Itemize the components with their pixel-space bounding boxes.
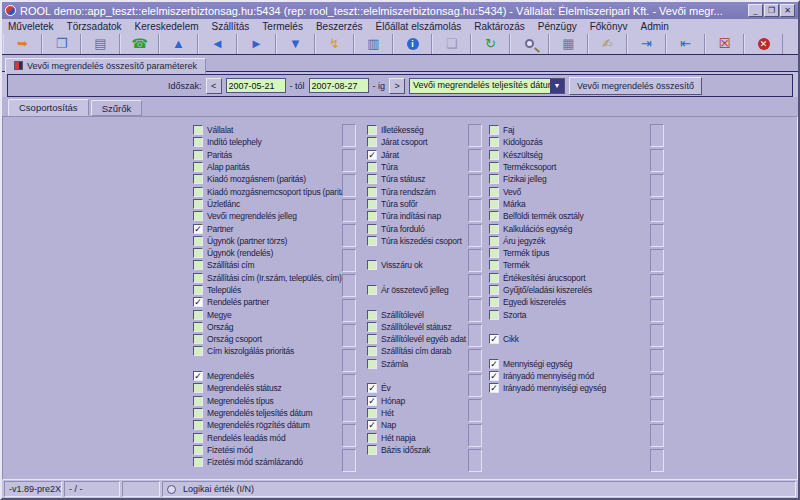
run-summary-button[interactable]: Vevői megrendelés összesítő [569,77,702,95]
menu-item-admin[interactable]: Admin [641,21,669,32]
tab-csoportositas[interactable]: Csoportosítás [8,99,89,116]
checkbox-szallitasi-cim-ir-szam-telepules-cim[interactable] [193,273,203,283]
checkbox-tura-kiszedesi-csoport[interactable] [367,236,377,246]
period-from-input[interactable] [226,78,286,93]
checkbox-partner[interactable]: ✓ [193,224,203,234]
checkbox-keszultseg[interactable] [489,150,499,160]
checkbox-iranyado-mennyisegi-egyseg[interactable]: ✓ [489,383,499,393]
menu-item-kereskedelem[interactable]: Kereskedelem [135,21,199,32]
checkbox-termek[interactable] [489,260,499,270]
checkbox-szallitasi-cim-darab[interactable] [367,346,377,356]
menu-item-raktarozas[interactable]: Raktározás [474,21,525,32]
checkbox-kiado-mozgasnemcsoport-tipus-paritas[interactable] [193,187,203,197]
next-record-button[interactable]: ► [237,34,276,54]
checkbox-jarat[interactable]: ✓ [367,150,377,160]
checkbox-paritas[interactable] [193,150,203,160]
checkbox-szallitolevel-egyeb-adat[interactable] [367,334,377,344]
checkbox-kidolgozas[interactable] [489,137,499,147]
menu-item-eloallat-elszamolas[interactable]: Élőállat elszámolás [376,21,462,32]
checkbox-vevoi-megrendeles-jelleg[interactable] [193,211,203,221]
checkbox-termek-tipus[interactable] [489,248,499,258]
checkbox-orszag[interactable] [193,322,203,332]
open-folder-button[interactable]: ❐ [42,34,81,54]
period-to-input[interactable] [309,78,369,93]
checkbox-ertekesitesi-arucsoport[interactable] [489,273,499,283]
checkbox-telepules[interactable] [193,285,203,295]
delete-table-button[interactable]: ☒ [705,34,744,54]
period-next-button[interactable]: > [389,78,405,94]
grid-button[interactable]: ▦ [549,34,588,54]
first-record-button[interactable]: ▲ [159,34,198,54]
menu-item-penzugy[interactable]: Pénzügy [538,21,577,32]
checkbox-indito-telephely[interactable] [193,137,203,147]
checkbox-tura[interactable] [367,162,377,172]
checkbox-belfoldi-termek-osztaly[interactable] [489,211,499,221]
tab-parameters[interactable]: Vevői megrendelés összesítő paraméterek [5,58,206,74]
checkbox-nap[interactable]: ✓ [367,420,377,430]
save-button[interactable]: ▤ [81,34,120,54]
checkbox-fizikai-jelleg[interactable] [489,174,499,184]
checkbox-egyedi-kiszereles[interactable] [489,297,499,307]
checkbox-bazis-idoszak[interactable] [367,445,377,455]
checkbox-ugynok-partner-torzs[interactable] [193,236,203,246]
checkbox-megrendeles[interactable]: ✓ [193,371,203,381]
checkbox-rendeles-leadas-mod[interactable] [193,433,203,443]
checkbox-ar-osszetevo-jelleg[interactable] [367,285,377,295]
checkbox-megrendeles-teljesites-datum[interactable] [193,408,203,418]
checkbox-ev[interactable]: ✓ [367,383,377,393]
menu-item-muveletek[interactable]: Műveletek [8,21,54,32]
checkbox-tura-sofor[interactable] [367,199,377,209]
form-button[interactable]: ❏ [432,34,471,54]
close-button[interactable]: ✕ [780,4,795,17]
exit-button[interactable]: ➥ [3,34,42,54]
execute-button[interactable]: ↯ [315,34,354,54]
checkbox-faj[interactable] [489,125,499,135]
checkbox-kiado-mozgasnem-paritas[interactable] [193,174,203,184]
checkbox-ugynok-rendeles[interactable] [193,248,203,258]
checkbox-honap[interactable]: ✓ [367,396,377,406]
checkbox-gyujto-eladasi-kiszereles[interactable] [489,285,499,295]
menu-item-szallitas[interactable]: Szállítás [212,21,250,32]
checkbox-jarat-csoport[interactable] [367,137,377,147]
checkbox-megrendeles-tipus[interactable] [193,396,203,406]
tab-szurok[interactable]: Szűrők [91,100,143,116]
checkbox-uzletlanc[interactable] [193,199,203,209]
checkbox-visszaru-ok[interactable] [367,260,377,270]
checkbox-vevo[interactable] [489,187,499,197]
checkbox-szamla[interactable] [367,359,377,369]
checkbox-tura-fordulo[interactable] [367,224,377,234]
last-record-button[interactable]: ▼ [276,34,315,54]
checkbox-szallitasi-cim[interactable] [193,260,203,270]
checkbox-megrendeles-statusz[interactable] [193,383,203,393]
chevron-down-icon[interactable]: ▼ [550,79,564,93]
checkbox-rendeles-partner[interactable]: ✓ [193,297,203,307]
search-button[interactable] [510,34,549,54]
checkbox-alap-paritas[interactable] [193,162,203,172]
checkbox-megye[interactable] [193,310,203,320]
checkbox-het[interactable] [367,408,377,418]
checkbox-megrendeles-rogzites-datum[interactable] [193,420,203,430]
refresh-button[interactable]: ↻ [471,34,510,54]
menu-item-fokonyv[interactable]: Főkönyv [590,21,628,32]
checkbox-het-napja[interactable] [367,433,377,443]
checkbox-cikk[interactable]: ✓ [489,334,499,344]
checkbox-szallitolevel-statusz[interactable] [367,322,377,332]
database-button[interactable]: ▥ [354,34,393,54]
info-button[interactable]: i [393,34,432,54]
checkbox-aru-jegyzek[interactable] [489,236,499,246]
period-prev-button[interactable]: < [206,78,222,94]
connect-phone-button[interactable]: ☎ [120,34,159,54]
stamp-button[interactable]: ✍ [588,34,627,54]
checkbox-tura-inditasi-nap[interactable] [367,211,377,221]
cancel-button[interactable]: ✕ [744,34,783,54]
period-mode-select[interactable]: Vevői megrendelés teljesítés dátum ▼ [409,78,565,94]
minimize-button[interactable]: _ [748,4,763,17]
checkbox-szorta[interactable] [489,310,499,320]
checkbox-tura-statusz[interactable] [367,174,377,184]
checkbox-tura-rendszam[interactable] [367,187,377,197]
menu-item-beszerzes[interactable]: Beszerzés [316,21,363,32]
checkbox-vallalat[interactable] [193,125,203,135]
checkbox-mennyisegi-egyseg[interactable]: ✓ [489,359,499,369]
checkbox-iranyado-mennyiseg-mod[interactable]: ✓ [489,371,499,381]
previous-record-button[interactable]: ◄ [198,34,237,54]
